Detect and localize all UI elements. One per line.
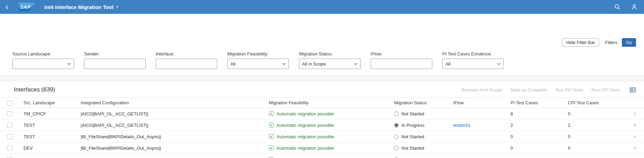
- remove-from-scope-button[interactable]: Remove from Scope: [461, 87, 502, 93]
- filter-label-iflow: iFlow:: [371, 51, 432, 56]
- back-button[interactable]: ‹: [6, 3, 14, 11]
- go-button[interactable]: Go: [622, 38, 636, 47]
- row-checkbox[interactable]: [7, 111, 12, 116]
- feasibility-text: Automatic migration possible: [276, 157, 334, 158]
- feasibility-text: Automatic migration possible: [276, 134, 334, 139]
- cell-cpi-test-cases: 0: [564, 108, 626, 120]
- row-checkbox[interactable]: [7, 123, 12, 128]
- row-chevron-icon[interactable]: ›: [634, 111, 636, 116]
- mark-as-complete-button[interactable]: Mark as Complete: [511, 87, 547, 93]
- table-row[interactable]: TEST |BI_FileShare|BIKPIDetails_Out_Asyn…: [0, 131, 644, 142]
- column-header-src-landscape[interactable]: Src. Landscape: [19, 98, 76, 108]
- filter-label-source-landscape: Source Landscape:: [12, 51, 74, 56]
- filter-field-sender: Sender:: [84, 51, 146, 69]
- sap-logo-text: SAP: [19, 4, 30, 10]
- filter-bar: Hide Filter Bar Filters Go Source Landsc…: [0, 14, 644, 76]
- column-header-iflow[interactable]: iFlow: [449, 98, 506, 108]
- table-row[interactable]: TEST |AICO|BAPI_GL_ACC_GETLIST|| ✓Automa…: [0, 120, 644, 131]
- feasibility-text: Automatic migration possible: [276, 146, 334, 151]
- shell-header: ‹ SAP int4 Interface Migration Tool ▼: [0, 0, 644, 14]
- caret-down-icon: ▼: [116, 6, 119, 9]
- cell-pi-test-cases: 0: [506, 142, 564, 154]
- source-landscape-select[interactable]: [12, 59, 74, 69]
- filter-field-interface: Interface:: [156, 51, 217, 69]
- cell-integrated-configuration: |BI_FileShare|BIKPIDetails_Out_Async||: [76, 154, 265, 158]
- cell-cpi-test-cases: 2: [564, 120, 626, 131]
- sender-input[interactable]: [84, 59, 146, 69]
- table-row[interactable]: TM_CPICF |BI_FileShare|BIKPIDetails_Out_…: [0, 154, 644, 158]
- table-header-row: Src. Landscape Integrated Configuration …: [0, 98, 644, 108]
- status-text: In Progress: [401, 123, 424, 128]
- table-toolbar: Interfaces (639) Remove from Scope Mark …: [0, 81, 644, 97]
- checked-checkbox-icon: ✓: [269, 134, 274, 139]
- row-chevron-icon[interactable]: ›: [634, 134, 636, 139]
- cell-cpi-test-cases: 0: [564, 131, 626, 142]
- migration-feasibility-select[interactable]: All: [227, 59, 289, 69]
- select-all-checkbox[interactable]: [7, 100, 12, 106]
- table-actions: Remove from Scope Mark as Complete Run P…: [461, 87, 636, 93]
- select-value: All in Scope: [302, 61, 326, 67]
- radio-unselected-icon: [394, 112, 399, 116]
- table-row[interactable]: DEV |BI_FileShare|BIKPIDetails_Out_Async…: [0, 142, 644, 154]
- cell-integrated-configuration: |BI_FileShare|BIKPIDetails_Out_Async||: [76, 142, 265, 154]
- checked-checkbox-icon: ✓: [269, 146, 274, 150]
- checked-checkbox-icon: ✓: [269, 111, 274, 116]
- iflow-link[interactable]: testtm01: [453, 123, 471, 128]
- cell-integrated-configuration: |BI_FileShare|BIKPIDetails_Out_Async||: [76, 131, 265, 142]
- cell-pi-test-cases: 8: [506, 108, 564, 120]
- column-header-pi-test-cases[interactable]: PI Test Cases: [506, 98, 564, 108]
- row-checkbox[interactable]: [7, 134, 12, 139]
- filter-field-migration-feasibility: Migration Feasibility: All: [227, 51, 289, 69]
- run-po-tests-button[interactable]: Run PO Tests: [555, 87, 583, 93]
- user-icon[interactable]: [631, 3, 638, 10]
- cell-src-landscape: TEST: [19, 131, 76, 142]
- cell-cpi-test-cases: 0: [564, 142, 626, 154]
- column-header-integrated-configuration[interactable]: Integrated Configuration: [76, 98, 265, 108]
- interface-input[interactable]: [156, 59, 217, 69]
- search-icon[interactable]: [614, 3, 621, 10]
- filter-label-migration-feasibility: Migration Feasibility:: [227, 51, 289, 56]
- pi-test-cases-existence-select[interactable]: All: [442, 59, 504, 69]
- filter-bar-buttons: Hide Filter Bar Filters Go: [12, 38, 636, 47]
- column-header-migration-status[interactable]: Migration Status: [390, 98, 449, 108]
- filters-button[interactable]: Filters: [605, 40, 617, 45]
- app-title-menu[interactable]: int4 Interface Migration Tool ▼: [44, 4, 119, 10]
- row-chevron-icon[interactable]: ›: [634, 145, 636, 150]
- status-text: Not Started: [401, 157, 424, 158]
- radio-selected-icon: [394, 123, 399, 128]
- column-header-migration-feasibility[interactable]: Migration Feasibility: [265, 98, 390, 108]
- select-value: All: [230, 61, 235, 67]
- column-header-cpi-test-cases[interactable]: CPI Test Cases: [564, 98, 626, 108]
- column-header-navigation: [626, 98, 644, 108]
- radio-unselected-icon: [394, 146, 399, 150]
- migration-status-select[interactable]: All in Scope: [299, 59, 361, 69]
- hide-filter-bar-button[interactable]: Hide Filter Bar: [562, 38, 599, 47]
- cell-iflow: [449, 154, 506, 158]
- row-chevron-icon[interactable]: ›: [634, 157, 636, 158]
- status-text: Not Started: [401, 111, 424, 116]
- cell-pi-test-cases: 2: [506, 154, 564, 158]
- interfaces-table: Src. Landscape Integrated Configuration …: [0, 97, 644, 158]
- run-cpi-tests-button[interactable]: Run CPI Tests: [591, 87, 620, 93]
- app-title: int4 Interface Migration Tool: [44, 4, 114, 10]
- filter-field-pi-test-cases-existence: PI Test Cases Existence: All: [442, 51, 504, 69]
- filter-field-iflow: iFlow:: [371, 51, 432, 69]
- select-value: All: [445, 61, 450, 67]
- cell-integrated-configuration: |AICO|BAPI_GL_ACC_GETLIST||: [76, 108, 265, 120]
- filter-label-migration-status: Migration Status:: [299, 51, 361, 56]
- status-text: Not Started: [401, 146, 424, 151]
- table-row[interactable]: TM_CPICF |AICO|BAPI_GL_ACC_GETLIST|| ✓Au…: [0, 108, 644, 120]
- filter-fields: Source Landscape: Sender: Interface: Mig…: [12, 51, 636, 69]
- cell-src-landscape: TM_CPICF: [19, 154, 76, 158]
- iflow-input[interactable]: [371, 59, 432, 69]
- cell-pi-test-cases: 0: [506, 131, 564, 142]
- cell-src-landscape: TM_CPICF: [19, 108, 76, 120]
- table-title: Interfaces (639): [14, 86, 55, 93]
- export-spreadsheet-icon[interactable]: [630, 87, 636, 93]
- filter-field-migration-status: Migration Status: All in Scope: [299, 51, 361, 69]
- checked-checkbox-icon: ✓: [269, 123, 274, 128]
- row-chevron-icon[interactable]: ›: [634, 122, 636, 127]
- row-checkbox[interactable]: [7, 146, 12, 151]
- chevron-down-icon: [67, 62, 71, 66]
- status-text: Not Started: [401, 134, 424, 139]
